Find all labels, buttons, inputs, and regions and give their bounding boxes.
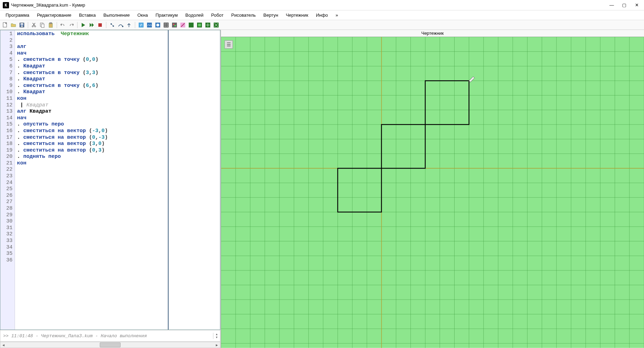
minimize-button[interactable]: — [609,3,614,8]
cut-button[interactable] [30,21,38,29]
drawer-pane: Чертежник ☰ [221,30,644,348]
drawer-canvas-wrap: ☰ [221,37,644,348]
stop-button[interactable] [96,21,104,29]
code-line[interactable]: кон [17,96,166,102]
actor5-button[interactable] [171,21,178,29]
code-line[interactable]: . Квадрат [17,76,166,83]
close-button[interactable]: ✕ [634,3,639,8]
undo-button[interactable] [59,21,67,29]
code-line[interactable]: . опустить перо [17,121,166,128]
code-line[interactable]: . сместиться на вектор (-3,0) [17,128,166,135]
drawer-menu-button[interactable]: ☰ [225,40,233,49]
svg-rect-30 [198,24,201,26]
line-number: 8 [0,76,15,83]
svg-point-25 [173,24,174,25]
code-line[interactable]: использовать Чертежник [17,31,166,38]
console-up-icon[interactable]: ▲ [213,333,220,336]
left-pane: 1234567891011121314151617181920212223242… [0,30,221,348]
code-line[interactable]: кон [17,160,166,167]
console-down-icon[interactable]: ▼ [213,336,220,339]
code-line[interactable]: . сместиться в точку (3,3) [17,70,166,76]
line-number: 36 [0,257,15,264]
save-button[interactable] [18,21,26,29]
code-line[interactable]: нач [17,50,166,57]
actor4-button[interactable] [162,21,170,29]
scroll-track[interactable] [7,342,214,347]
menu-item-2[interactable]: Вставка [75,11,99,19]
drawer-canvas[interactable] [221,37,644,348]
code-line[interactable]: . сместиться на вектор (0,-3) [17,135,166,141]
step-out-button[interactable] [125,21,133,29]
console-scroll[interactable]: ▲ ▼ [213,333,220,339]
svg-text:И: И [140,23,142,27]
code-line[interactable]: | Квадрат [17,102,166,109]
menu-item-4[interactable]: Окна [134,11,151,19]
maximize-button[interactable]: ▢ [622,3,627,8]
scroll-thumb[interactable] [100,342,121,347]
separator [28,22,28,28]
redo-button[interactable] [67,21,75,29]
menu-item-3[interactable]: Выполнение [100,11,133,19]
code-line[interactable]: алг [17,44,166,50]
code-line[interactable]: . сместиться в точку (0,0) [17,57,166,63]
svg-rect-9 [50,23,52,24]
svg-rect-24 [172,23,177,27]
menu-item-10[interactable]: Чертежник [282,11,312,19]
line-number: 18 [0,141,15,147]
svg-rect-8 [49,23,52,27]
line-number: 13 [0,108,15,115]
code-line[interactable]: . сместиться в точку (6,6) [17,83,166,89]
menu-item-5[interactable]: Практикум [152,11,181,19]
line-number: 21 [0,160,15,167]
actor6-button[interactable] [179,21,187,29]
menubar: ПрограммаРедактированиеВставкаВыполнение… [0,10,644,20]
copy-button[interactable] [39,21,46,29]
actor7-button[interactable] [187,21,195,29]
actor1-button[interactable]: И [137,21,145,29]
actor9-button[interactable] [204,21,212,29]
separator [135,22,135,28]
run-blind-button[interactable] [88,21,96,29]
code-area[interactable]: использовать Чертежникалгнач. сместиться… [15,30,169,330]
svg-rect-10 [98,23,102,27]
code-line[interactable]: . Квадрат [17,89,166,96]
line-number: 2 [0,38,15,44]
code-line[interactable]: нач [17,115,166,122]
scroll-right-icon[interactable]: ► [214,343,220,347]
run-button[interactable] [80,21,87,29]
menu-item-11[interactable]: Инфо [312,11,331,19]
line-number: 29 [0,212,15,219]
editor[interactable]: 1234567891011121314151617181920212223242… [0,30,220,330]
scroll-left-icon[interactable]: ◄ [0,343,7,347]
line-number: 16 [0,128,15,135]
new-button[interactable] [1,21,9,29]
code-line[interactable]: . Квадрат [17,63,166,70]
line-number: 24 [0,180,15,186]
hscrollbar[interactable]: ◄ ► [0,342,220,348]
step-over-button[interactable] [117,21,124,29]
svg-point-26 [174,25,176,26]
menu-item-8[interactable]: Рисователь [228,11,259,19]
actor3-button[interactable] [154,21,162,29]
code-line[interactable] [17,38,166,44]
window-controls: — ▢ ✕ [609,3,641,8]
paste-button[interactable] [47,21,55,29]
menu-item-6[interactable]: Водолей [182,11,207,19]
menu-item-9[interactable]: Вертун [260,11,282,19]
drawer-title: Чертежник [221,30,644,37]
menu-item-1[interactable]: Редактирование [33,11,75,19]
code-line[interactable]: . сместиться на вектор (3,0) [17,141,166,147]
actor8-button[interactable] [196,21,203,29]
code-line[interactable]: . сместиться на вектор (0,3) [17,147,166,154]
menu-item-12[interactable]: » [332,11,341,19]
line-number: 3 [0,44,15,50]
actor10-button[interactable] [212,21,220,29]
menu-item-7[interactable]: Робот [208,11,227,19]
code-line[interactable]: . поднять перо [17,154,166,160]
line-number: 12 [0,102,15,109]
code-line[interactable]: алг Квадрат [17,108,166,115]
actor2-button[interactable] [146,21,153,29]
step-button[interactable] [108,21,116,29]
menu-item-0[interactable]: Программа [2,11,33,19]
open-button[interactable] [10,21,17,29]
